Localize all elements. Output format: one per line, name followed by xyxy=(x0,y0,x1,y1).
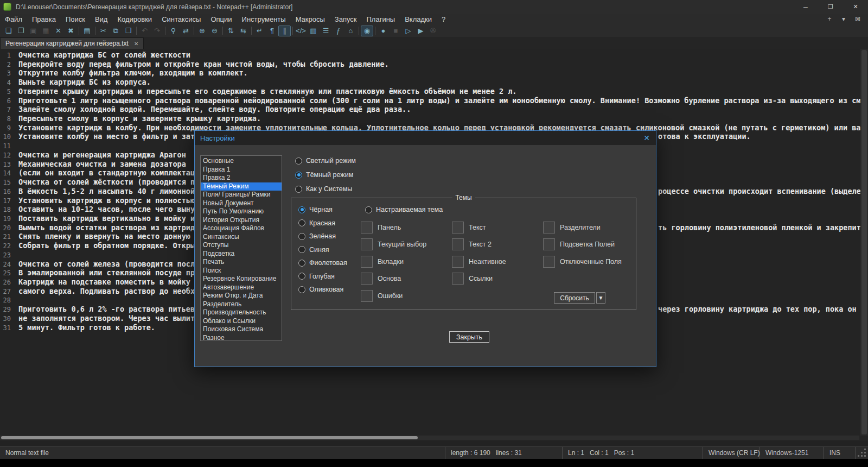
tab-close-icon[interactable]: ✕ xyxy=(134,41,138,47)
color-swatch-button[interactable] xyxy=(452,238,464,250)
color-swatch-button[interactable] xyxy=(543,222,555,234)
settings-category[interactable]: Режим Откр. и Дата xyxy=(201,292,282,300)
cut-icon[interactable]: ✂ xyxy=(97,26,110,36)
custom-theme-radio[interactable]: Настраиваемая тема xyxy=(365,203,443,217)
record-macro-icon[interactable]: ● xyxy=(377,26,390,36)
reset-dropdown-button[interactable]: ▼ xyxy=(596,292,605,304)
reset-button[interactable]: Сбросить xyxy=(554,292,595,304)
color-swatch-button[interactable] xyxy=(452,222,464,234)
settings-category[interactable]: Правка 1 xyxy=(201,166,282,174)
document-list-icon[interactable]: ☰ xyxy=(320,26,332,36)
settings-category[interactable]: Подсветка xyxy=(201,250,282,258)
replace-icon[interactable]: ⇄ xyxy=(180,26,192,36)
theme-radio[interactable]: Синяя xyxy=(298,243,329,257)
folder-workspace-icon[interactable]: ⌂ xyxy=(344,26,357,36)
minimize-button[interactable]: ─ xyxy=(793,0,818,14)
color-swatch-button[interactable] xyxy=(543,238,555,250)
color-swatch-button[interactable] xyxy=(452,273,464,285)
zoom-in-icon[interactable]: ⊕ xyxy=(196,26,208,36)
redo-icon[interactable]: ↷ xyxy=(151,26,163,36)
settings-category[interactable]: Облако и Ссылки xyxy=(201,317,282,326)
show-all-characters-icon[interactable]: ¶ xyxy=(266,26,278,36)
mode-radio[interactable]: Светлый режим xyxy=(295,154,356,168)
dialog-close-button[interactable]: ✕ xyxy=(637,131,656,145)
word-wrap-icon[interactable]: ↵ xyxy=(253,26,266,36)
copy-icon[interactable]: ⧉ xyxy=(110,26,122,36)
mode-radio[interactable]: Тёмный режим xyxy=(295,168,353,182)
define-language-icon[interactable]: </> xyxy=(295,26,307,36)
save-all-icon[interactable]: ▦ xyxy=(40,26,52,36)
menu-item[interactable]: Правка xyxy=(27,14,61,24)
theme-radio[interactable]: Фиолетовая xyxy=(298,256,347,270)
stop-macro-icon[interactable]: ■ xyxy=(390,26,402,36)
theme-radio[interactable]: Зелёная xyxy=(298,230,336,243)
zoom-out-icon[interactable]: ⊖ xyxy=(208,26,221,36)
menu-item[interactable]: Синтаксисы xyxy=(157,14,206,24)
monitoring-icon[interactable]: ◉ xyxy=(361,26,373,36)
close-file-icon[interactable]: ✕ xyxy=(52,26,65,36)
settings-category[interactable]: Печать xyxy=(201,258,282,267)
settings-category[interactable]: Поля/ Границы/ Рамки xyxy=(201,191,282,199)
menu-item[interactable]: Опции xyxy=(206,14,237,24)
horizontal-scrollbar-thumb[interactable] xyxy=(1,436,418,439)
menu-item[interactable]: Инструменты xyxy=(237,14,291,24)
open-file-icon[interactable]: ❐ xyxy=(15,26,27,36)
vertical-scrollbar-thumb[interactable] xyxy=(861,50,867,434)
resize-grip[interactable] xyxy=(855,447,868,459)
theme-radio[interactable]: Красная xyxy=(298,217,335,230)
document-map-icon[interactable]: ▥ xyxy=(307,26,320,36)
status-cursor-position[interactable]: Ln : 1 Col : 1 Pos : 1 xyxy=(562,447,703,459)
settings-category[interactable]: Синтаксисы xyxy=(201,233,282,242)
settings-category[interactable]: История Открытия xyxy=(201,216,282,225)
settings-category[interactable]: Поисковая Система xyxy=(201,325,282,334)
status-encoding[interactable]: Windows-1251 xyxy=(760,447,824,459)
settings-category[interactable]: Резервное Копирование xyxy=(201,275,282,283)
indent-guide-icon[interactable]: ∥ xyxy=(278,26,291,36)
paste-icon[interactable]: ❒ xyxy=(122,26,135,36)
status-insert-mode[interactable]: INS xyxy=(824,447,855,459)
find-icon[interactable]: ⚲ xyxy=(167,26,180,36)
settings-category[interactable]: Разное xyxy=(201,334,282,342)
color-swatch-button[interactable] xyxy=(543,256,555,268)
settings-category[interactable]: Автозавершение xyxy=(201,283,282,292)
color-swatch-button[interactable] xyxy=(361,256,373,268)
maximize-button[interactable]: ❐ xyxy=(818,0,843,14)
color-swatch-button[interactable] xyxy=(452,256,464,268)
close-all-icon[interactable]: ✖ xyxy=(65,26,77,36)
menu-item[interactable]: Вид xyxy=(90,14,113,24)
tab-list-button[interactable]: ▾ xyxy=(837,14,851,24)
theme-radio[interactable]: Чёрная xyxy=(298,203,333,217)
dialog-close-action-button[interactable]: Закрыть xyxy=(449,331,489,343)
menu-item[interactable]: Запуск xyxy=(330,14,362,24)
new-file-icon[interactable]: ❏ xyxy=(2,26,15,36)
menu-item[interactable]: Вкладки xyxy=(400,14,437,24)
sync-horizontal-icon[interactable]: ⇆ xyxy=(237,26,250,36)
theme-radio[interactable]: Голубая xyxy=(298,270,335,283)
color-swatch-button[interactable] xyxy=(361,238,373,250)
new-tab-button[interactable]: + xyxy=(822,14,837,24)
menu-item[interactable]: Макросы xyxy=(291,14,330,24)
vertical-scrollbar[interactable] xyxy=(860,49,868,436)
color-swatch-button[interactable] xyxy=(361,273,373,285)
file-tab[interactable]: Регенерация картриджей для гейзера.txt ✕ xyxy=(0,37,144,49)
settings-category[interactable]: Ассоциация Файлов xyxy=(201,224,282,233)
horizontal-scrollbar[interactable] xyxy=(0,436,859,440)
status-eol-format[interactable]: Windows (CR LF) xyxy=(703,447,760,459)
settings-category[interactable]: Основные xyxy=(201,157,282,166)
color-swatch-button[interactable] xyxy=(361,290,373,302)
settings-category[interactable]: Отступы xyxy=(201,241,282,250)
save-file-icon[interactable]: ▣ xyxy=(27,26,40,36)
sync-vertical-icon[interactable]: ⇅ xyxy=(225,26,237,36)
undo-icon[interactable]: ↶ xyxy=(138,26,151,36)
settings-category[interactable]: Тёмный Режим xyxy=(201,182,282,191)
settings-category[interactable]: Путь По Умолчанию xyxy=(201,207,282,216)
dialog-titlebar[interactable]: Настройки ✕ xyxy=(195,131,656,145)
menu-item[interactable]: Плагины xyxy=(362,14,400,24)
settings-category[interactable]: Разделитель xyxy=(201,300,282,309)
menu-item[interactable]: ? xyxy=(437,14,450,24)
close-button[interactable]: ✕ xyxy=(843,0,868,14)
color-swatch-button[interactable] xyxy=(361,222,373,234)
menu-item[interactable]: Поиск xyxy=(61,14,90,24)
save-macro-icon[interactable]: ✇ xyxy=(427,26,439,36)
function-list-icon[interactable]: ƒ xyxy=(332,26,344,36)
